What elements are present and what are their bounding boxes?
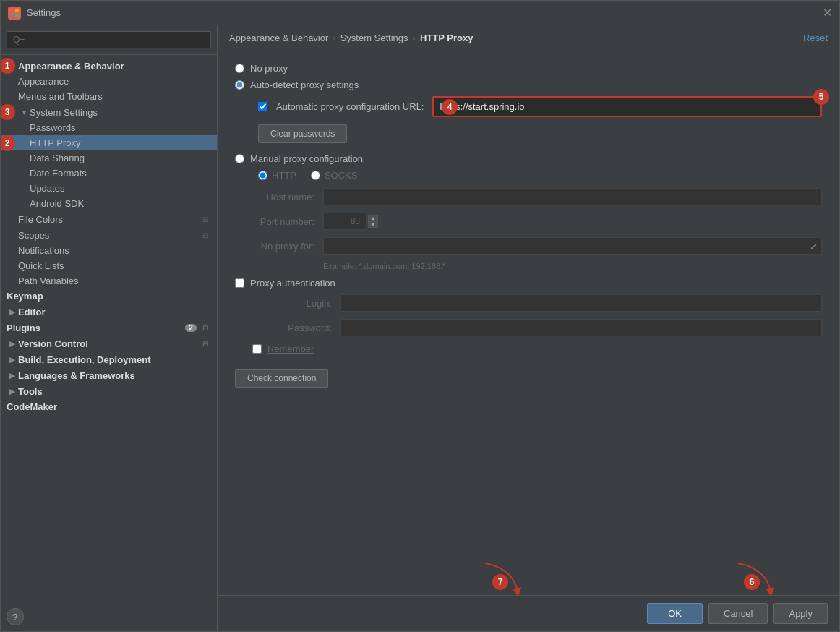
sidebar-item-scopes[interactable]: Scopes ⊟ (1, 227, 217, 243)
login-row: Login: (252, 294, 822, 312)
auto-detect-radio[interactable] (235, 80, 244, 90)
port-up-button[interactable]: ▲ (368, 215, 378, 221)
sidebar-item-label: Scopes (18, 230, 197, 241)
socks-radio[interactable] (311, 171, 320, 180)
no-proxy-expand-button[interactable]: ⤢ (807, 241, 820, 252)
sidebar-item-appearance-behavior[interactable]: 1 ▾ Appearance & Behavior (1, 58, 217, 74)
auto-config-url-input[interactable] (434, 98, 820, 116)
breadcrumb-part-2: System Settings (340, 33, 408, 43)
manual-proxy-group: Manual proxy configuration (235, 153, 822, 164)
expand-arrow: ▾ (18, 106, 30, 118)
port-number-input[interactable] (323, 213, 367, 230)
remember-label[interactable]: Remember (267, 343, 314, 354)
remember-group: Remember (252, 343, 822, 354)
password-row: Password: (252, 319, 822, 336)
titlebar: Settings ✕ (1, 1, 839, 25)
main-panel: Appearance & Behavior › System Settings … (218, 25, 839, 631)
close-button[interactable]: ✕ (822, 8, 832, 18)
example-text: Example: *.domain.com, 192.168.* (323, 262, 822, 270)
password-input[interactable] (340, 319, 822, 336)
cancel-button[interactable]: Cancel (708, 603, 768, 624)
expand-arrow: ▶ (7, 354, 18, 365)
proxy-auth-label[interactable]: Proxy authentication (250, 278, 335, 289)
sidebar-item-plugins[interactable]: Plugins 2 ⊟ (1, 320, 217, 336)
login-label: Login: (252, 298, 332, 309)
expand-arrow: ▶ (7, 306, 18, 317)
sidebar-item-label: Updates (30, 183, 211, 194)
sidebar-item-label: Menus and Toolbars (18, 91, 211, 102)
proxy-auth-group: Proxy authentication (235, 278, 822, 289)
reset-link[interactable]: Reset (803, 33, 828, 43)
manual-proxy-label[interactable]: Manual proxy configuration (250, 153, 363, 164)
host-name-input[interactable] (323, 188, 822, 205)
sidebar-item-file-colors[interactable]: File Colors ⊟ (1, 211, 217, 227)
socks-label[interactable]: SOCKS (325, 170, 358, 181)
remember-checkbox[interactable] (252, 344, 262, 354)
http-radio[interactable] (258, 171, 267, 180)
port-spinner: ▲ ▼ (368, 215, 378, 228)
settings-icon: ⊟ (200, 338, 211, 349)
svg-rect-3 (15, 14, 19, 17)
sidebar-item-passwords[interactable]: Passwords (1, 120, 217, 135)
sidebar-item-data-sharing[interactable]: Data Sharing (1, 150, 217, 166)
sidebar-item-label: Appearance & Behavior (18, 61, 211, 72)
sidebar-item-android-sdk[interactable]: Android SDK (1, 196, 217, 211)
no-proxy-group: No proxy (235, 63, 822, 74)
no-proxy-radio[interactable] (235, 64, 244, 73)
clear-passwords-area: Clear passwords (258, 124, 822, 143)
sidebar-item-tools[interactable]: ▶ Tools (1, 383, 217, 399)
sidebar-item-label: CodeMaker (7, 401, 211, 412)
sidebar-item-system-settings[interactable]: 3 ▾ System Settings (1, 104, 217, 120)
auto-detect-label[interactable]: Auto-detect proxy settings (250, 80, 359, 90)
sidebar-item-label: System Settings (30, 107, 211, 118)
search-input[interactable] (7, 31, 211, 48)
check-connection-area: Check connection (235, 369, 822, 388)
no-proxy-for-label: No proxy for: (235, 241, 314, 252)
sidebar-item-keymap[interactable]: Keymap (1, 289, 217, 304)
breadcrumb-part-1: Appearance & Behavior (229, 33, 328, 43)
auto-detect-group: Auto-detect proxy settings (235, 80, 822, 90)
login-input[interactable] (340, 294, 822, 312)
auto-config-label[interactable]: Automatic proxy configuration URL: (276, 101, 424, 112)
http-label[interactable]: HTTP (272, 170, 296, 181)
sidebar-item-updates[interactable]: Updates (1, 181, 217, 196)
sidebar-item-version-control[interactable]: ▶ Version Control ⊟ (1, 336, 217, 351)
sidebar-item-path-variables[interactable]: Path Variables (1, 273, 217, 289)
port-down-button[interactable]: ▼ (368, 221, 378, 228)
ok-button[interactable]: OK (647, 603, 703, 624)
annotation-2: 2 (1, 135, 15, 151)
port-number-label: Port number: (235, 216, 314, 227)
help-button[interactable]: ? (7, 608, 24, 625)
sidebar-item-editor[interactable]: ▶ Editor (1, 304, 217, 320)
main-body: No proxy Auto-detect proxy settings Auto… (218, 51, 839, 595)
sidebar-item-quick-lists[interactable]: Quick Lists (1, 258, 217, 273)
no-proxy-for-input[interactable] (323, 237, 822, 255)
check-connection-button[interactable]: Check connection (235, 369, 328, 388)
auto-config-checkbox[interactable] (258, 102, 267, 111)
sidebar-item-menus-toolbars[interactable]: Menus and Toolbars (1, 89, 217, 104)
sidebar-item-codemaker[interactable]: CodeMaker (1, 399, 217, 414)
manual-proxy-radio[interactable] (235, 154, 244, 163)
sidebar-item-label: Date Formats (30, 168, 211, 179)
apply-button[interactable]: Apply (773, 603, 828, 624)
sidebar: 1 ▾ Appearance & Behavior Appearance Men… (1, 25, 218, 631)
clear-passwords-button[interactable]: Clear passwords (258, 124, 347, 143)
sidebar-item-build-execution[interactable]: ▶ Build, Execution, Deployment (1, 351, 217, 367)
no-proxy-label[interactable]: No proxy (250, 63, 288, 74)
breadcrumb-sep-2: › (413, 33, 416, 43)
settings-icon: ⊟ (200, 229, 211, 241)
port-number-row: Port number: ▲ ▼ (235, 213, 822, 230)
host-name-row: Host name: (235, 188, 822, 205)
sidebar-footer: ? (1, 602, 217, 631)
sidebar-item-notifications[interactable]: Notifications (1, 243, 217, 258)
host-name-label: Host name: (235, 192, 314, 202)
sidebar-item-label: Plugins (7, 323, 182, 333)
proxy-auth-checkbox[interactable] (235, 278, 244, 288)
expand-arrow: ▶ (7, 338, 18, 349)
sidebar-item-appearance[interactable]: Appearance (1, 74, 217, 89)
sidebar-item-date-formats[interactable]: Date Formats (1, 166, 217, 181)
auto-config-row: Automatic proxy configuration URL: 4 5 (258, 96, 822, 117)
sidebar-item-label: Android SDK (30, 198, 211, 209)
sidebar-item-http-proxy[interactable]: 2 HTTP Proxy (1, 135, 217, 150)
sidebar-item-languages-frameworks[interactable]: ▶ Languages & Frameworks (1, 367, 217, 383)
